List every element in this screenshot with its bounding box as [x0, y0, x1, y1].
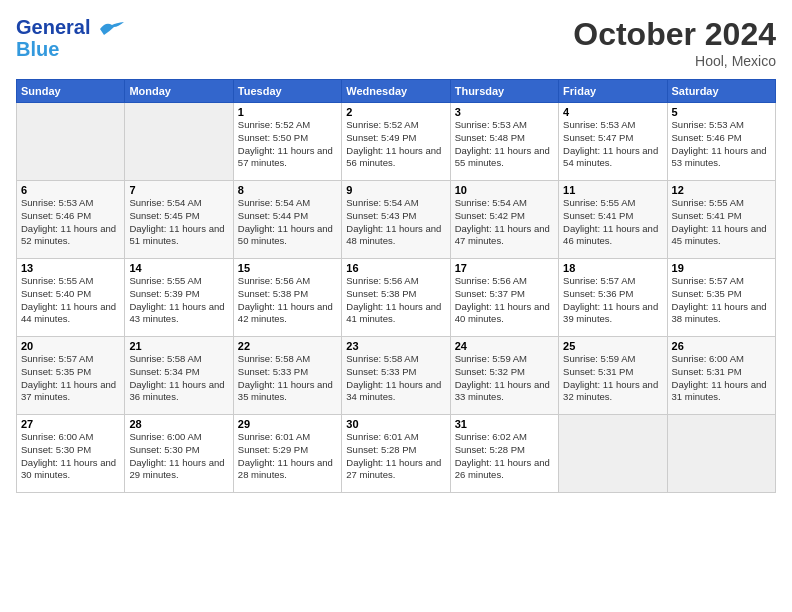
day-number: 21: [129, 340, 228, 352]
day-number: 11: [563, 184, 662, 196]
header-monday: Monday: [125, 80, 233, 103]
day-info: Sunrise: 5:53 AMSunset: 5:46 PMDaylight:…: [672, 119, 771, 170]
day-number: 16: [346, 262, 445, 274]
calendar-cell-3-3: 23Sunrise: 5:58 AMSunset: 5:33 PMDayligh…: [342, 337, 450, 415]
day-info: Sunrise: 5:57 AMSunset: 5:35 PMDaylight:…: [21, 353, 120, 404]
day-info: Sunrise: 5:54 AMSunset: 5:43 PMDaylight:…: [346, 197, 445, 248]
day-info: Sunrise: 5:59 AMSunset: 5:31 PMDaylight:…: [563, 353, 662, 404]
calendar-cell-2-1: 14Sunrise: 5:55 AMSunset: 5:39 PMDayligh…: [125, 259, 233, 337]
calendar-cell-2-0: 13Sunrise: 5:55 AMSunset: 5:40 PMDayligh…: [17, 259, 125, 337]
day-info: Sunrise: 5:52 AMSunset: 5:49 PMDaylight:…: [346, 119, 445, 170]
day-number: 5: [672, 106, 771, 118]
day-number: 17: [455, 262, 554, 274]
day-info: Sunrise: 5:55 AMSunset: 5:41 PMDaylight:…: [563, 197, 662, 248]
calendar-cell-2-2: 15Sunrise: 5:56 AMSunset: 5:38 PMDayligh…: [233, 259, 341, 337]
day-number: 20: [21, 340, 120, 352]
day-number: 2: [346, 106, 445, 118]
logo-general: General: [16, 16, 90, 38]
calendar-cell-3-0: 20Sunrise: 5:57 AMSunset: 5:35 PMDayligh…: [17, 337, 125, 415]
header-sunday: Sunday: [17, 80, 125, 103]
calendar-cell-0-2: 1Sunrise: 5:52 AMSunset: 5:50 PMDaylight…: [233, 103, 341, 181]
title-area: October 2024 Hool, Mexico: [573, 16, 776, 69]
day-info: Sunrise: 5:53 AMSunset: 5:46 PMDaylight:…: [21, 197, 120, 248]
day-info: Sunrise: 5:58 AMSunset: 5:34 PMDaylight:…: [129, 353, 228, 404]
header-friday: Friday: [559, 80, 667, 103]
day-info: Sunrise: 5:58 AMSunset: 5:33 PMDaylight:…: [238, 353, 337, 404]
calendar-cell-4-4: 31Sunrise: 6:02 AMSunset: 5:28 PMDayligh…: [450, 415, 558, 493]
day-number: 10: [455, 184, 554, 196]
header-tuesday: Tuesday: [233, 80, 341, 103]
calendar-cell-4-3: 30Sunrise: 6:01 AMSunset: 5:28 PMDayligh…: [342, 415, 450, 493]
day-number: 3: [455, 106, 554, 118]
day-number: 15: [238, 262, 337, 274]
month-title: October 2024: [573, 16, 776, 53]
day-info: Sunrise: 5:56 AMSunset: 5:37 PMDaylight:…: [455, 275, 554, 326]
calendar-cell-0-5: 4Sunrise: 5:53 AMSunset: 5:47 PMDaylight…: [559, 103, 667, 181]
calendar-header-row: Sunday Monday Tuesday Wednesday Thursday…: [17, 80, 776, 103]
week-row-1: 1Sunrise: 5:52 AMSunset: 5:50 PMDaylight…: [17, 103, 776, 181]
calendar-cell-0-0: [17, 103, 125, 181]
day-number: 14: [129, 262, 228, 274]
header-wednesday: Wednesday: [342, 80, 450, 103]
day-info: Sunrise: 6:01 AMSunset: 5:29 PMDaylight:…: [238, 431, 337, 482]
day-info: Sunrise: 5:58 AMSunset: 5:33 PMDaylight:…: [346, 353, 445, 404]
day-number: 28: [129, 418, 228, 430]
day-number: 6: [21, 184, 120, 196]
day-number: 26: [672, 340, 771, 352]
day-info: Sunrise: 5:54 AMSunset: 5:42 PMDaylight:…: [455, 197, 554, 248]
day-number: 23: [346, 340, 445, 352]
calendar-table: Sunday Monday Tuesday Wednesday Thursday…: [16, 79, 776, 493]
calendar-cell-1-1: 7Sunrise: 5:54 AMSunset: 5:45 PMDaylight…: [125, 181, 233, 259]
calendar-cell-4-1: 28Sunrise: 6:00 AMSunset: 5:30 PMDayligh…: [125, 415, 233, 493]
calendar-cell-2-3: 16Sunrise: 5:56 AMSunset: 5:38 PMDayligh…: [342, 259, 450, 337]
day-info: Sunrise: 5:54 AMSunset: 5:44 PMDaylight:…: [238, 197, 337, 248]
calendar-cell-0-4: 3Sunrise: 5:53 AMSunset: 5:48 PMDaylight…: [450, 103, 558, 181]
day-info: Sunrise: 6:01 AMSunset: 5:28 PMDaylight:…: [346, 431, 445, 482]
day-number: 24: [455, 340, 554, 352]
calendar-cell-1-3: 9Sunrise: 5:54 AMSunset: 5:43 PMDaylight…: [342, 181, 450, 259]
day-info: Sunrise: 5:55 AMSunset: 5:40 PMDaylight:…: [21, 275, 120, 326]
day-number: 19: [672, 262, 771, 274]
logo-blue: Blue: [16, 38, 59, 60]
calendar-cell-4-5: [559, 415, 667, 493]
day-number: 13: [21, 262, 120, 274]
logo-bird-icon: [98, 21, 124, 37]
calendar-cell-2-4: 17Sunrise: 5:56 AMSunset: 5:37 PMDayligh…: [450, 259, 558, 337]
day-info: Sunrise: 5:56 AMSunset: 5:38 PMDaylight:…: [346, 275, 445, 326]
calendar-cell-3-4: 24Sunrise: 5:59 AMSunset: 5:32 PMDayligh…: [450, 337, 558, 415]
day-info: Sunrise: 5:56 AMSunset: 5:38 PMDaylight:…: [238, 275, 337, 326]
day-info: Sunrise: 6:00 AMSunset: 5:30 PMDaylight:…: [21, 431, 120, 482]
day-number: 7: [129, 184, 228, 196]
page-header: General Blue October 2024 Hool, Mexico: [16, 16, 776, 69]
calendar-cell-2-6: 19Sunrise: 5:57 AMSunset: 5:35 PMDayligh…: [667, 259, 775, 337]
calendar-cell-3-5: 25Sunrise: 5:59 AMSunset: 5:31 PMDayligh…: [559, 337, 667, 415]
day-number: 29: [238, 418, 337, 430]
header-saturday: Saturday: [667, 80, 775, 103]
day-info: Sunrise: 5:52 AMSunset: 5:50 PMDaylight:…: [238, 119, 337, 170]
day-info: Sunrise: 5:53 AMSunset: 5:48 PMDaylight:…: [455, 119, 554, 170]
calendar-cell-0-3: 2Sunrise: 5:52 AMSunset: 5:49 PMDaylight…: [342, 103, 450, 181]
day-number: 12: [672, 184, 771, 196]
day-number: 22: [238, 340, 337, 352]
day-number: 1: [238, 106, 337, 118]
day-info: Sunrise: 5:53 AMSunset: 5:47 PMDaylight:…: [563, 119, 662, 170]
calendar-cell-4-0: 27Sunrise: 6:00 AMSunset: 5:30 PMDayligh…: [17, 415, 125, 493]
day-info: Sunrise: 5:54 AMSunset: 5:45 PMDaylight:…: [129, 197, 228, 248]
day-info: Sunrise: 5:57 AMSunset: 5:35 PMDaylight:…: [672, 275, 771, 326]
calendar-cell-3-6: 26Sunrise: 6:00 AMSunset: 5:31 PMDayligh…: [667, 337, 775, 415]
day-number: 31: [455, 418, 554, 430]
location: Hool, Mexico: [573, 53, 776, 69]
day-info: Sunrise: 6:00 AMSunset: 5:30 PMDaylight:…: [129, 431, 228, 482]
calendar-cell-2-5: 18Sunrise: 5:57 AMSunset: 5:36 PMDayligh…: [559, 259, 667, 337]
day-info: Sunrise: 6:02 AMSunset: 5:28 PMDaylight:…: [455, 431, 554, 482]
day-number: 30: [346, 418, 445, 430]
calendar-cell-0-1: [125, 103, 233, 181]
header-thursday: Thursday: [450, 80, 558, 103]
day-number: 4: [563, 106, 662, 118]
calendar-cell-1-2: 8Sunrise: 5:54 AMSunset: 5:44 PMDaylight…: [233, 181, 341, 259]
calendar-cell-0-6: 5Sunrise: 5:53 AMSunset: 5:46 PMDaylight…: [667, 103, 775, 181]
calendar-cell-4-2: 29Sunrise: 6:01 AMSunset: 5:29 PMDayligh…: [233, 415, 341, 493]
calendar-cell-3-2: 22Sunrise: 5:58 AMSunset: 5:33 PMDayligh…: [233, 337, 341, 415]
week-row-3: 13Sunrise: 5:55 AMSunset: 5:40 PMDayligh…: [17, 259, 776, 337]
week-row-4: 20Sunrise: 5:57 AMSunset: 5:35 PMDayligh…: [17, 337, 776, 415]
